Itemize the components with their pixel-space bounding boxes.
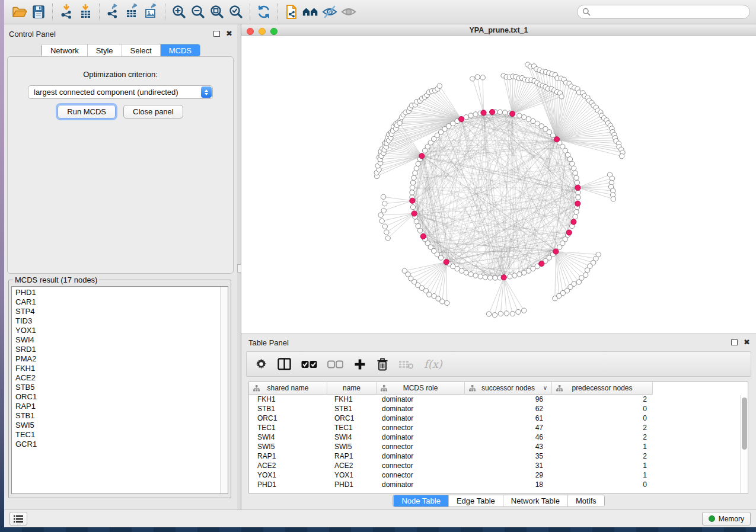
mcds-result-item[interactable]: CAR1 <box>15 297 228 307</box>
select-stepper-icon <box>201 86 212 98</box>
mcds-result-item[interactable]: RAP1 <box>15 402 228 411</box>
search-input[interactable] <box>593 8 745 16</box>
control-panel-tab[interactable]: Style <box>87 44 122 56</box>
mcds-result-item[interactable]: STP4 <box>15 307 228 316</box>
window-minimize-icon[interactable] <box>259 28 266 35</box>
new-network-from-selection-button[interactable] <box>282 2 301 21</box>
import-table-icon <box>77 4 94 20</box>
close-table-panel-icon[interactable]: ✖ <box>744 339 750 345</box>
mcds-result-item[interactable]: ORC1 <box>15 392 228 402</box>
attribute-type-icon <box>556 385 563 392</box>
open-button[interactable] <box>10 2 29 21</box>
table-tab[interactable]: Node Table <box>393 495 448 507</box>
search-field[interactable] <box>577 5 750 19</box>
control-panel-tab[interactable]: Select <box>122 44 160 56</box>
network-window-titlebar[interactable]: YPA_prune.txt_1 <box>241 25 756 36</box>
zoom-fit-button[interactable] <box>208 2 227 21</box>
table-scrollbar[interactable] <box>740 395 748 493</box>
zoom-selected-button[interactable] <box>227 2 245 21</box>
table-tab[interactable]: Edge Table <box>448 495 503 507</box>
optimization-criterion-select[interactable]: largest connected component (undirected) <box>28 85 213 99</box>
mcds-result-item[interactable]: STB5 <box>15 383 228 392</box>
table-row[interactable]: SWI4 SWI4 dominator 46 2 <box>249 432 748 442</box>
window-maximize-icon[interactable] <box>270 28 277 35</box>
select-all-button[interactable] <box>301 356 317 373</box>
network-window-title: YPA_prune.txt_1 <box>469 26 528 34</box>
delete-column-button[interactable] <box>377 356 388 373</box>
table-row[interactable]: ACE2 ACE2 connector 31 1 <box>249 461 748 470</box>
network-graph[interactable] <box>241 36 756 331</box>
deselect-all-icon <box>327 360 343 368</box>
zoom-in-button[interactable] <box>170 2 189 21</box>
toolbar-separator <box>277 4 278 20</box>
chevron-down-icon[interactable]: ∨ <box>543 384 547 391</box>
import-network-button[interactable] <box>57 2 76 21</box>
float-panel-icon[interactable] <box>213 31 220 37</box>
column-header-successor-nodes[interactable]: successor nodes ∨ <box>465 382 552 395</box>
float-table-panel-icon[interactable] <box>731 339 738 345</box>
mcds-result-list[interactable]: PHD1CAR1STP4TID3YOX1SWI4SRD1PMA2FKH1ACE2… <box>11 286 228 494</box>
splitter-handle[interactable] <box>237 264 241 273</box>
close-panel-button[interactable]: Close panel <box>123 105 183 118</box>
memory-button[interactable]: Memory <box>702 512 751 525</box>
panel-splitter[interactable] <box>237 24 241 509</box>
gear-icon <box>255 358 267 370</box>
column-header-name[interactable]: name <box>327 382 377 395</box>
table-row[interactable]: TEC1 TEC1 connector 47 2 <box>249 423 748 432</box>
refresh-button[interactable] <box>254 2 273 21</box>
table-tab[interactable]: Network Table <box>503 495 567 507</box>
mcds-result-item[interactable]: YOX1 <box>15 326 228 335</box>
mcds-result-item[interactable]: SRD1 <box>15 345 228 354</box>
deselect-all-button[interactable] <box>327 356 343 373</box>
table-tab[interactable]: Motifs <box>567 495 604 507</box>
hide-selected-button[interactable] <box>320 2 339 21</box>
mcds-result-item[interactable]: PHD1 <box>15 288 228 297</box>
export-image-button[interactable] <box>142 2 161 21</box>
export-network-button[interactable] <box>104 2 123 21</box>
table-row[interactable]: YOX1 YOX1 connector 29 1 <box>249 470 748 480</box>
toolbar-separator <box>165 4 165 20</box>
column-header-predecessor-nodes[interactable]: predecessor nodes <box>552 382 653 395</box>
mcds-result-item[interactable]: STB1 <box>15 411 228 421</box>
table-panel: Table Panel ✖ <box>241 334 756 509</box>
first-neighbors-button[interactable] <box>301 2 320 21</box>
network-view-canvas[interactable] <box>241 36 756 334</box>
show-all-button[interactable] <box>339 2 358 21</box>
show-column-panel-button[interactable] <box>277 356 291 373</box>
mcds-result-item[interactable]: SWI4 <box>15 335 228 345</box>
zoom-out-button[interactable] <box>189 2 208 21</box>
status-bar: Memory <box>4 509 756 527</box>
mcds-result-item[interactable]: TID3 <box>15 316 228 326</box>
import-table-button[interactable] <box>76 2 95 21</box>
table-row[interactable]: STB1 STB1 dominator 62 0 <box>249 404 748 414</box>
add-column-button[interactable] <box>353 356 366 373</box>
column-header-mcds-role[interactable]: MCDS role <box>377 382 465 395</box>
export-table-icon <box>124 4 141 20</box>
mcds-result-item[interactable]: TEC1 <box>15 430 228 440</box>
table-scrollbar-thumb[interactable] <box>742 398 747 450</box>
table-row[interactable]: RAP1 RAP1 dominator 35 2 <box>249 451 748 461</box>
close-panel-icon[interactable]: ✖ <box>226 31 232 37</box>
table-settings-button[interactable] <box>255 356 267 373</box>
mcds-list-scrollbar[interactable] <box>220 287 228 493</box>
mcds-result-item[interactable]: PMA2 <box>15 354 228 364</box>
table-row[interactable]: ORC1 ORC1 dominator 61 0 <box>249 414 748 423</box>
right-column: YPA_prune.txt_1 Table Panel ✖ <box>241 24 756 509</box>
control-panel-tab[interactable]: MCDS <box>160 44 200 56</box>
save-button[interactable] <box>29 2 48 21</box>
mcds-result-item[interactable]: FKH1 <box>15 364 228 373</box>
toolbar-separator <box>250 4 250 20</box>
table-row[interactable]: SWI5 SWI5 connector 43 1 <box>249 442 748 451</box>
window-close-icon[interactable] <box>247 28 254 35</box>
mcds-result-item[interactable]: ACE2 <box>15 373 228 383</box>
run-mcds-button[interactable]: Run MCDS <box>58 105 116 118</box>
export-table-button[interactable] <box>123 2 142 21</box>
task-history-button[interactable] <box>9 512 27 525</box>
optimization-criterion-value: largest connected component (undirected) <box>28 86 200 98</box>
table-row[interactable]: PHD1 PHD1 dominator 18 0 <box>249 480 748 489</box>
control-panel-tab[interactable]: Network <box>42 44 87 56</box>
column-header-shared-name[interactable]: shared name <box>249 382 327 395</box>
mcds-result-item[interactable]: SWI5 <box>15 421 228 430</box>
table-row[interactable]: FKH1 FKH1 dominator 96 2 <box>249 395 748 404</box>
mcds-result-item[interactable]: GCR1 <box>15 440 228 449</box>
